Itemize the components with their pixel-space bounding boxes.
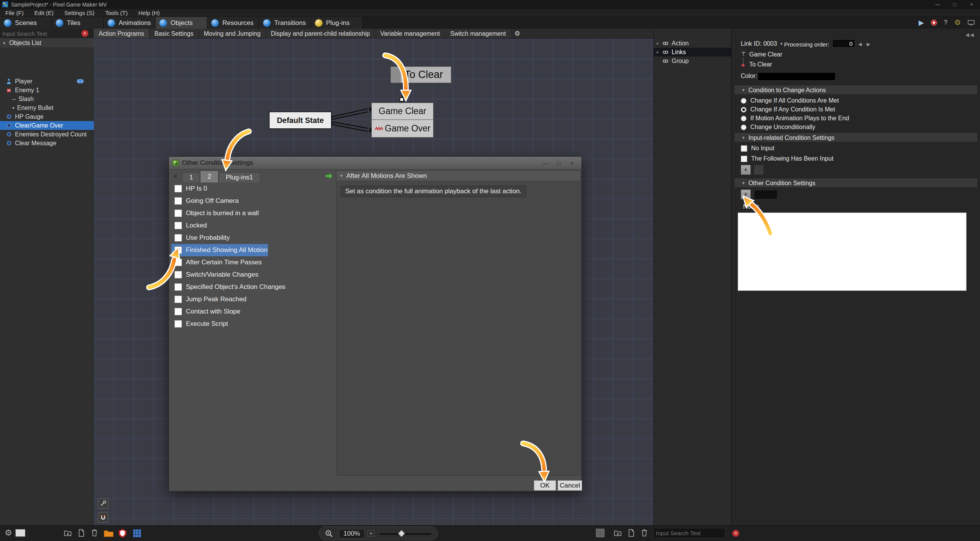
objects-list-header[interactable]: ▼ Objects List: [0, 38, 94, 48]
sidebar-search-input[interactable]: [2, 30, 81, 37]
dialog-tab-1[interactable]: 1: [182, 172, 200, 183]
toolbar-switch-management[interactable]: Switch management: [445, 29, 512, 38]
tab-scroll-right-icon[interactable]: [325, 172, 333, 180]
link-search-input[interactable]: [656, 530, 732, 536]
add-file-icon[interactable]: [78, 529, 85, 537]
tile-grid-icon[interactable]: [133, 529, 141, 538]
node-game-over[interactable]: Game Over: [371, 120, 434, 138]
add-file-icon[interactable]: [627, 529, 635, 537]
add-input-condition-button[interactable]: +: [741, 165, 751, 175]
zoom-magnifier-icon[interactable]: [324, 529, 334, 538]
swatch-icon[interactable]: [596, 529, 604, 537]
shield-badge-icon[interactable]: [118, 529, 127, 538]
sidebar-item-hp-gauge[interactable]: HP Gauge: [0, 112, 94, 121]
tab-scroll-left-icon[interactable]: ◀: [173, 173, 177, 179]
checkbox[interactable]: ✓: [174, 320, 182, 328]
radio-icon[interactable]: [741, 116, 747, 121]
toolbar-basic-settings[interactable]: Basic Settings: [149, 29, 199, 38]
checkbox[interactable]: ✓: [174, 308, 182, 315]
expander-icon[interactable]: ▸: [657, 50, 661, 55]
node-default-state[interactable]: Default State: [269, 111, 332, 129]
cancel-button[interactable]: Cancel: [558, 480, 582, 491]
tab-resources[interactable]: Resources: [207, 17, 259, 29]
checkbox[interactable]: ✓: [174, 234, 182, 242]
section-other-condition[interactable]: ▼ Other Condition Settings: [735, 179, 977, 188]
debug-record-icon[interactable]: [931, 20, 937, 26]
section-input-related[interactable]: ▼ Input-related Condition Settings: [735, 133, 977, 142]
condition-buried-in-wall[interactable]: ✓Object is burried in a wall: [171, 207, 334, 219]
dialog-tab-2[interactable]: 2: [200, 171, 218, 183]
maximize-button[interactable]: □: [946, 0, 963, 9]
dialog-maximize-button[interactable]: □: [552, 158, 565, 168]
menu-file[interactable]: File (F): [0, 10, 29, 16]
preview-swatch[interactable]: [15, 529, 25, 537]
radio-icon[interactable]: [741, 124, 747, 130]
tab-plugins[interactable]: Plug-ins: [311, 17, 363, 29]
add-folder-icon[interactable]: [64, 529, 72, 537]
monitor-icon[interactable]: [968, 20, 975, 25]
checkbox-following-input[interactable]: The Following Has Been Input: [741, 154, 833, 163]
sidebar-item-enemies-destroyed[interactable]: Enemies Destroyed Count: [0, 130, 94, 139]
menu-edit[interactable]: Edit (E): [29, 10, 59, 16]
condition-switch-variable-changes[interactable]: ✓Switch/Variable Changes: [171, 269, 334, 281]
toolbar-variable-management[interactable]: Variable management: [375, 29, 445, 38]
sidebar-item-enemy1[interactable]: Enemy 1: [0, 86, 94, 95]
node-game-clear[interactable]: Game Clear: [371, 103, 434, 120]
checkbox-icon[interactable]: [741, 156, 747, 162]
menu-help[interactable]: Help (H): [133, 10, 165, 16]
menu-settings[interactable]: Settings (S): [59, 10, 100, 16]
sidebar-item-enemy-bullet[interactable]: • Enemy Bullet: [0, 103, 94, 112]
tab-tiles[interactable]: Tiles: [52, 17, 104, 29]
node-to-clear[interactable]: To Clear: [391, 66, 451, 83]
add-other-condition-button[interactable]: +: [741, 189, 751, 199]
checkbox[interactable]: ✓: [174, 271, 182, 279]
dialog-title-bar[interactable]: Other Condition Settings — □ ×: [169, 157, 581, 169]
checkbox[interactable]: ✓: [174, 283, 182, 291]
add-folder-icon[interactable]: [614, 529, 622, 537]
condition-finished-showing-all-motion[interactable]: ✓Finished Showing All Motion: [171, 244, 268, 256]
tab-animations[interactable]: Animations: [104, 17, 156, 29]
ok-button[interactable]: OK: [534, 480, 556, 491]
checkbox-no-input[interactable]: No Input: [741, 144, 774, 153]
condition-contact-with-slope[interactable]: ✓Contact with Slope: [171, 305, 334, 318]
collapse-panel-icon[interactable]: ◀◀: [965, 32, 975, 38]
checkbox[interactable]: ✓: [174, 259, 182, 266]
menu-tools[interactable]: Tools (T): [100, 10, 133, 16]
clear-search-icon[interactable]: ×: [732, 530, 739, 537]
zoom-slider-thumb[interactable]: [398, 530, 405, 537]
expander-icon[interactable]: ▸: [657, 41, 661, 46]
condition-jump-peak-reached[interactable]: ✓Jump Peak Reached: [171, 293, 334, 305]
checkbox[interactable]: ✓: [174, 185, 182, 193]
checkbox[interactable]: ✓: [174, 197, 182, 205]
condition-use-probability[interactable]: ✓Use Probability: [171, 232, 334, 244]
radio-motion-plays-to-end[interactable]: If Motion Animation Plays to the End: [741, 114, 849, 123]
delete-icon[interactable]: [91, 529, 98, 537]
condition-hp-is-0[interactable]: ✓HP Is 0: [171, 183, 334, 195]
tree-item-group[interactable]: Group: [654, 56, 732, 65]
tab-objects[interactable]: Objects: [156, 17, 207, 29]
condition-execute-script[interactable]: ✓Execute Script: [171, 318, 334, 330]
radio-icon[interactable]: [741, 107, 747, 113]
settings-gear-icon[interactable]: ⚙: [5, 528, 12, 538]
zoom-slider-track[interactable]: [380, 533, 431, 535]
dialog-close-button[interactable]: ×: [565, 158, 578, 168]
detail-header[interactable]: ▼ After All Motions Are Shown: [336, 171, 580, 181]
processing-order-input[interactable]: [832, 39, 855, 48]
help-icon[interactable]: ?: [944, 19, 947, 26]
delete-icon[interactable]: [641, 529, 648, 537]
zoom-value[interactable]: 100%: [339, 529, 364, 538]
checkbox[interactable]: ✓: [174, 222, 182, 229]
notes-textarea[interactable]: [738, 212, 967, 291]
sidebar-item-clear-message[interactable]: Clear Message: [0, 139, 94, 148]
checkbox[interactable]: ✓: [174, 295, 182, 303]
toolbar-display-parent-child[interactable]: Display and parent-child relationship: [266, 29, 375, 38]
clear-search-icon[interactable]: ×: [81, 30, 88, 37]
sidebar-item-clear-game-over[interactable]: Clear/Game Over: [0, 121, 94, 130]
toolbar-action-programs[interactable]: Action Programs: [94, 29, 149, 38]
tab-scenes[interactable]: Scenes: [0, 17, 52, 29]
sidebar-item-slash[interactable]: ‒ Slash: [0, 95, 94, 103]
sidebar-item-player[interactable]: Player: [0, 77, 94, 86]
order-decrement-icon[interactable]: ◀: [858, 41, 862, 47]
checkbox[interactable]: ✓: [174, 246, 182, 254]
dialog-minimize-button[interactable]: —: [539, 158, 552, 168]
